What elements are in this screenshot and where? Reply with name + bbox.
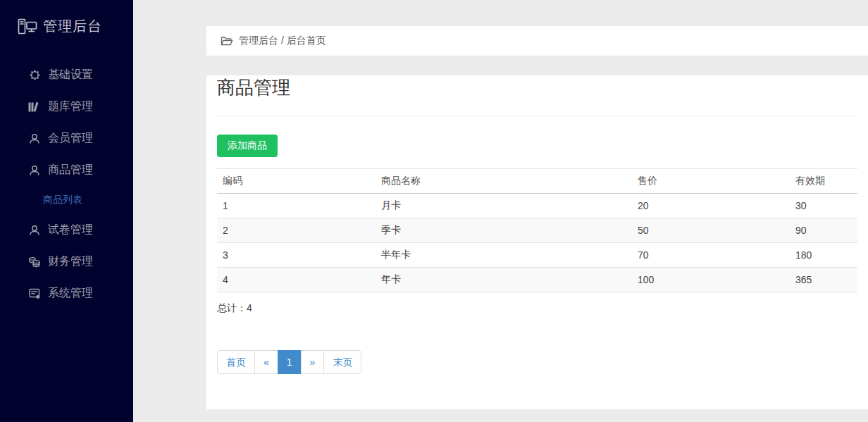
column-header-price: 售价 (632, 169, 790, 194)
sidebar-item-system[interactable]: 系统管理 (0, 278, 133, 309)
sidebar-item-label: 会员管理 (48, 131, 93, 146)
cell-name: 季卡 (376, 218, 632, 243)
sidebar-item-label: 财务管理 (48, 254, 93, 269)
cell-name: 年卡 (376, 268, 632, 292)
sidebar: 管理后台 基础设置 (0, 0, 133, 422)
user-icon (28, 165, 41, 176)
sidebar-item-label: 题库管理 (48, 99, 93, 114)
cell-code: 1 (217, 194, 376, 218)
sidebar-item-exams[interactable]: 试卷管理 (0, 214, 133, 246)
gear-icon (28, 69, 41, 81)
cell-name: 半年卡 (376, 243, 632, 268)
sidebar-item-basic-settings[interactable]: 基础设置 (0, 59, 133, 91)
sidebar-item-members[interactable]: 会员管理 (0, 123, 133, 154)
books-icon (28, 101, 41, 113)
table-header-row: 编码 商品名称 售价 有效期 (217, 169, 857, 194)
sidebar-item-question-bank[interactable]: 题库管理 (0, 91, 133, 123)
cell-validity: 90 (790, 218, 857, 243)
coins-icon (28, 256, 41, 268)
cell-price: 100 (632, 268, 790, 292)
column-header-validity: 有效期 (790, 169, 857, 194)
content-card: 商品管理 添加商品 编码 商品名称 售价 有效期 1 月卡 20 30 (206, 75, 868, 409)
sidebar-subitem-product-list[interactable]: 商品列表 (0, 186, 133, 214)
pagination-last-button[interactable]: 末页 (323, 350, 361, 374)
sidebar-nav: 基础设置 题库管理 会员管理 (0, 59, 133, 309)
cell-validity: 365 (790, 268, 857, 292)
sidebar-item-label: 试卷管理 (48, 223, 93, 237)
user-icon (28, 225, 41, 236)
add-product-button[interactable]: 添加商品 (217, 135, 278, 157)
cell-validity: 30 (790, 194, 857, 218)
user-icon (28, 133, 41, 144)
products-table: 编码 商品名称 售价 有效期 1 月卡 20 30 2 季卡 50 90 (217, 168, 857, 292)
sidebar-subitem-label: 商品列表 (43, 194, 82, 206)
breadcrumb: 管理后台 / 后台首页 (206, 26, 868, 56)
sidebar-item-finance[interactable]: 财务管理 (0, 246, 133, 278)
pagination-first-button[interactable]: 首页 (217, 350, 255, 374)
folder-icon (221, 36, 233, 46)
sidebar-item-label: 基础设置 (48, 68, 93, 82)
sidebar-item-label: 商品管理 (48, 163, 93, 178)
cell-name: 月卡 (376, 194, 632, 218)
cell-price: 20 (632, 194, 790, 218)
app-brand: 管理后台 (0, 0, 133, 36)
desktop-computer-icon (18, 18, 37, 35)
column-header-code: 编码 (217, 169, 376, 194)
cell-code: 2 (217, 218, 376, 243)
cell-price: 50 (632, 218, 790, 243)
total-count: 总计：4 (217, 302, 857, 315)
table-row: 3 半年卡 70 180 (217, 243, 857, 268)
page-title: 商品管理 (217, 75, 857, 116)
pagination-page-1-button[interactable]: 1 (278, 350, 302, 374)
table-row: 1 月卡 20 30 (217, 194, 857, 218)
system-settings-icon (28, 288, 41, 299)
table-row: 4 年卡 100 365 (217, 268, 857, 292)
cell-code: 3 (217, 243, 376, 268)
pagination-next-button[interactable]: » (301, 350, 325, 374)
sidebar-item-label: 系统管理 (48, 286, 93, 301)
pagination-prev-button[interactable]: « (254, 350, 278, 374)
cell-validity: 180 (790, 243, 857, 268)
breadcrumb-text: 管理后台 / 后台首页 (239, 35, 326, 47)
sidebar-item-products[interactable]: 商品管理 (0, 154, 133, 186)
main-area: 管理后台 / 后台首页 商品管理 添加商品 编码 商品名称 售价 有效期 1 月… (206, 26, 868, 409)
table-row: 2 季卡 50 90 (217, 218, 857, 243)
cell-code: 4 (217, 268, 376, 292)
column-header-name: 商品名称 (376, 169, 632, 194)
cell-price: 70 (632, 243, 790, 268)
app-title: 管理后台 (43, 17, 102, 36)
pagination: 首页 « 1 » 末页 (217, 350, 361, 374)
